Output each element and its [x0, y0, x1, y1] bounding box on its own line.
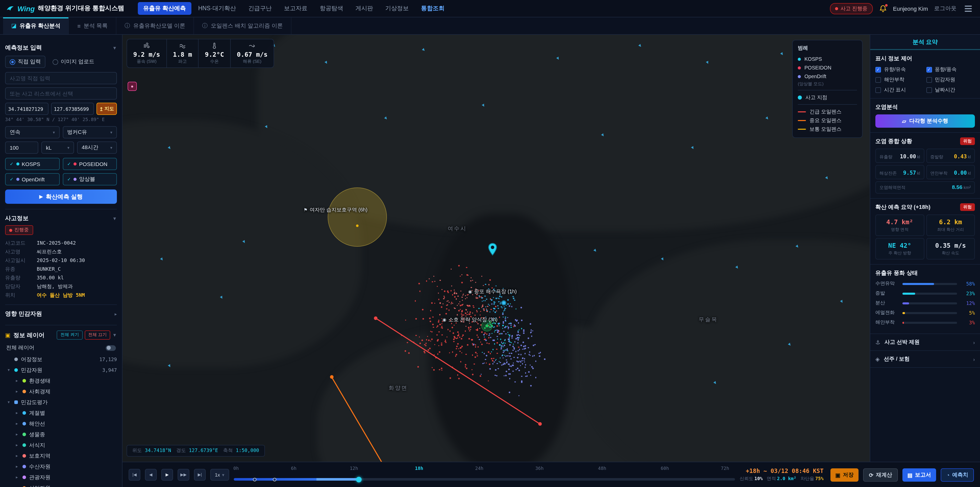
nav-item-weather[interactable]: 기상정보 — [380, 2, 414, 15]
expander-icon[interactable]: ▸ — [14, 475, 19, 480]
checkbox-current[interactable]: ✓유향/유속 — [875, 66, 924, 73]
nav-item-integrated-search[interactable]: 통합조회 — [415, 2, 450, 15]
report-button[interactable]: ▤보고서 — [902, 468, 936, 481]
layer-item-eco[interactable]: ▸환경생태 — [5, 375, 117, 386]
layer-item-sensitive[interactable]: ▾민감자원3,947 — [5, 365, 117, 375]
speed-selector[interactable]: 1x▾ — [210, 469, 229, 481]
amount-input[interactable] — [5, 142, 38, 154]
expander-icon[interactable]: ▸ — [14, 486, 19, 487]
nav-item-aerial[interactable]: 항공탐색 — [314, 2, 349, 15]
expander-icon[interactable]: ▸ — [14, 432, 19, 437]
checkbox-time[interactable]: ✓시간 표시 — [875, 86, 924, 93]
nav-item-spill-prediction[interactable]: 유출유 확산예측 — [138, 2, 191, 15]
tab-spill-analysis[interactable]: ◪유출유 확산분석 — [3, 18, 69, 34]
step-back-button[interactable]: ◀ — [145, 469, 157, 481]
layer-item-sensitivity-eval[interactable]: ▾민감도평가 — [5, 397, 117, 407]
master-layer-toggle[interactable] — [106, 345, 116, 351]
layer-item-seasonal[interactable]: ▸계절별 — [5, 407, 117, 418]
incident-list-input[interactable] — [5, 87, 117, 100]
fence-deploy-marker[interactable] — [273, 477, 277, 481]
map-canvas[interactable]: ▲▲▲▲▲▲▲▲▲▲▲▲▲▲▲▲▲▲▲▲▲▲▲▲▲▲ ⚑여자만 습지보호구역 (… — [123, 35, 870, 462]
layer-icon — [22, 443, 26, 447]
layer-icon — [22, 454, 26, 458]
nav-item-hns[interactable]: HNS·대기확산 — [192, 2, 242, 15]
run-prediction-button[interactable]: ▶확산예측 실행 — [5, 190, 117, 204]
layer-item-socioeconomic[interactable]: ▸사회경제 — [5, 386, 117, 397]
model-chip-kosps[interactable]: ✓KOSPS — [5, 158, 59, 170]
section-header[interactable]: ▣정보 레이어 전체 켜기 전체 끄기 ▼ — [5, 329, 117, 342]
nav-item-rescue[interactable]: 긴급구난 — [243, 2, 277, 15]
expander-icon[interactable]: ▾ — [6, 400, 11, 404]
latitude-input[interactable] — [5, 103, 48, 115]
map-quick-tool-button[interactable]: ● — [127, 82, 137, 91]
recalculate-button[interactable]: ⟳재계산 — [863, 468, 898, 481]
station-marker[interactable] — [501, 300, 506, 305]
pick-on-map-button[interactable]: ↥지도 — [97, 103, 117, 115]
tab-model-theory[interactable]: ⓘ유출유확산모델 이론 — [116, 18, 194, 34]
user-name[interactable]: Eunjeong Kim — [893, 5, 928, 11]
nav-item-board[interactable]: 게시판 — [350, 2, 379, 15]
export-forecast-button[interactable]: ◔예측치 — [941, 468, 974, 481]
radio-direct-input[interactable]: 직접 입력 — [5, 56, 45, 68]
panel-tab-summary[interactable]: 분석 요약 — [870, 35, 980, 50]
expander-icon[interactable]: ▸ — [14, 422, 19, 426]
layer-item-tourism[interactable]: ▸관광자원 — [5, 472, 117, 483]
incident-name-input[interactable] — [5, 72, 117, 84]
checkbox-wind[interactable]: ✓풍향/풍속 — [926, 66, 975, 73]
layer-item-habitat[interactable]: ▸서식지 — [5, 440, 117, 450]
section-header[interactable]: 영향 민감자원 ▸ — [5, 308, 117, 320]
model-chip-poseidon[interactable]: ✓POSEIDON — [62, 158, 117, 170]
layer-item-species[interactable]: ▸생물종 — [5, 429, 117, 440]
layer-item-coastline[interactable]: ▸해안선 — [5, 418, 117, 429]
app-logo[interactable]: Wing 해양환경 위기대응 통합시스템 — [6, 4, 124, 13]
polygon-analysis-button[interactable]: ▱다각형 분석수행 — [875, 114, 975, 128]
fence-deploy-marker[interactable] — [253, 477, 256, 481]
timeline-handle[interactable] — [356, 477, 362, 482]
expander-icon[interactable]: ▸ — [14, 464, 19, 469]
oil-type-select[interactable]: 벙커C유▾ — [62, 126, 117, 139]
tab-boom-algorithm-theory[interactable]: ⓘ오일펜스 배치 알고리즘 이론 — [194, 18, 291, 34]
layer-item-protected-area[interactable]: ▸보호지역 — [5, 450, 117, 461]
play-button[interactable]: ▶ — [161, 469, 173, 481]
timeline-track[interactable] — [234, 478, 735, 481]
section-header[interactable]: 예측정보 입력 ▼ — [5, 42, 117, 54]
radio-image-upload[interactable]: 이미지 업로드 — [52, 56, 94, 68]
expander-icon[interactable]: ▸ — [14, 389, 19, 394]
layer-item-fishery-resource[interactable]: ▸수산자원 — [5, 461, 117, 472]
layer-item-fisheries[interactable]: 어장정보17,129 — [5, 354, 117, 365]
hamburger-menu-icon[interactable] — [963, 3, 974, 14]
checkbox-sensitive[interactable]: ✓민감자원 — [926, 76, 975, 83]
expander-icon[interactable]: ▾ — [6, 368, 11, 372]
tab-analysis-list[interactable]: ≡분석 목록 — [69, 18, 116, 34]
expander-icon[interactable]: ▸ — [14, 443, 19, 447]
section-header[interactable]: 사고정보 ▼ — [5, 212, 117, 224]
fast-forward-button[interactable]: ▶▶ — [178, 469, 189, 481]
layer-item-industry[interactable]: ▸산업자원 — [5, 483, 117, 487]
duration-select[interactable]: 48시간▾ — [77, 142, 117, 154]
notification-bell-icon[interactable] — [879, 4, 887, 13]
incident-status-badge[interactable]: 사고 진행중 — [830, 3, 873, 14]
model-chip-ensemble[interactable]: ✓앙상블 — [62, 173, 117, 185]
checkbox-coastal[interactable]: ✓해안부착 — [875, 76, 924, 83]
all-layers-off-button[interactable]: 전체 끄기 — [84, 331, 110, 340]
layer-icon — [22, 465, 26, 468]
checkbox-datetime[interactable]: ✓날짜시간 — [926, 86, 975, 93]
longitude-input[interactable] — [51, 103, 94, 115]
nav-item-reports[interactable]: 보고자료 — [278, 2, 313, 15]
spill-type-select[interactable]: 연속▾ — [5, 126, 59, 139]
vessel-spec-section[interactable]: ⚓사고 선박 제원› — [870, 334, 980, 351]
all-layers-on-button[interactable]: 전체 켜기 — [57, 331, 83, 340]
save-button[interactable]: ▣저장 — [830, 468, 859, 481]
incident-pin[interactable] — [487, 243, 497, 258]
expander-icon[interactable]: ▸ — [14, 378, 19, 383]
analysis-summary-panel: 분석 요약 표시 정보 제어 ✓유향/유속 ✓풍향/풍속 ✓해안부착 ✓민감자원… — [870, 35, 980, 462]
logout-button[interactable]: 로그아웃 — [934, 5, 956, 12]
expander-icon[interactable]: ▸ — [14, 410, 19, 415]
owner-insurance-section[interactable]: ◈선주 / 보험› — [870, 351, 980, 368]
model-chip-opendrift[interactable]: ✓OpenDrift — [5, 173, 59, 185]
skip-end-button[interactable]: ▶| — [194, 469, 206, 481]
skip-start-button[interactable]: |◀ — [129, 469, 140, 481]
unit-select[interactable]: kL▾ — [41, 142, 74, 154]
expander-icon[interactable]: ▸ — [14, 453, 19, 458]
timeline-slider[interactable]: 0h6h12h18h24h36h48h60h72h — [234, 462, 735, 487]
